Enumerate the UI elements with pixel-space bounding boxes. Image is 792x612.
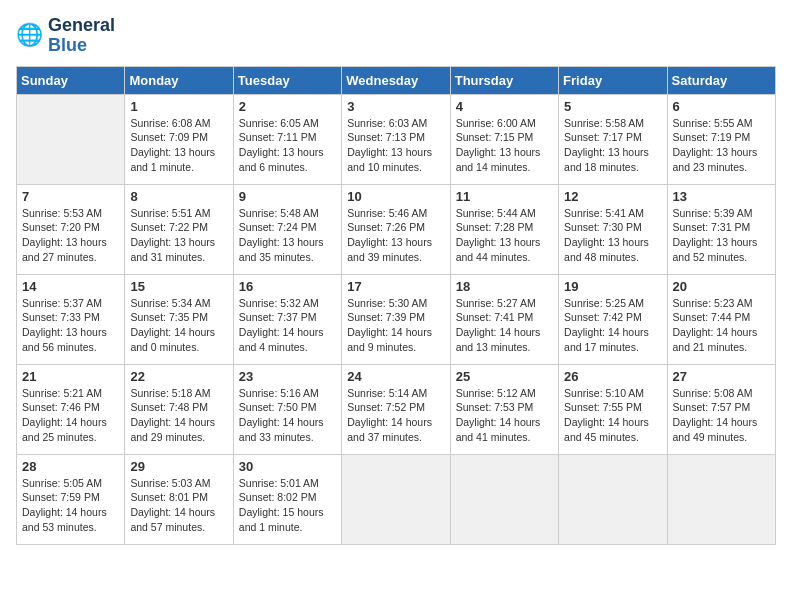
calendar-cell: 20Sunrise: 5:23 AM Sunset: 7:44 PM Dayli… xyxy=(667,274,775,364)
day-number: 27 xyxy=(673,369,770,384)
day-number: 6 xyxy=(673,99,770,114)
day-info: Sunrise: 5:12 AM Sunset: 7:53 PM Dayligh… xyxy=(456,386,553,445)
day-header-sunday: Sunday xyxy=(17,66,125,94)
day-info: Sunrise: 5:39 AM Sunset: 7:31 PM Dayligh… xyxy=(673,206,770,265)
day-number: 3 xyxy=(347,99,444,114)
calendar-cell: 30Sunrise: 5:01 AM Sunset: 8:02 PM Dayli… xyxy=(233,454,341,544)
day-info: Sunrise: 5:16 AM Sunset: 7:50 PM Dayligh… xyxy=(239,386,336,445)
calendar-cell: 15Sunrise: 5:34 AM Sunset: 7:35 PM Dayli… xyxy=(125,274,233,364)
calendar-cell: 11Sunrise: 5:44 AM Sunset: 7:28 PM Dayli… xyxy=(450,184,558,274)
calendar-cell: 14Sunrise: 5:37 AM Sunset: 7:33 PM Dayli… xyxy=(17,274,125,364)
calendar-cell: 28Sunrise: 5:05 AM Sunset: 7:59 PM Dayli… xyxy=(17,454,125,544)
calendar-cell: 25Sunrise: 5:12 AM Sunset: 7:53 PM Dayli… xyxy=(450,364,558,454)
calendar-cell: 22Sunrise: 5:18 AM Sunset: 7:48 PM Dayli… xyxy=(125,364,233,454)
calendar-cell: 6Sunrise: 5:55 AM Sunset: 7:19 PM Daylig… xyxy=(667,94,775,184)
day-info: Sunrise: 5:58 AM Sunset: 7:17 PM Dayligh… xyxy=(564,116,661,175)
calendar-cell: 2Sunrise: 6:05 AM Sunset: 7:11 PM Daylig… xyxy=(233,94,341,184)
calendar-week-row: 28Sunrise: 5:05 AM Sunset: 7:59 PM Dayli… xyxy=(17,454,776,544)
day-info: Sunrise: 5:03 AM Sunset: 8:01 PM Dayligh… xyxy=(130,476,227,535)
day-number: 20 xyxy=(673,279,770,294)
day-header-wednesday: Wednesday xyxy=(342,66,450,94)
calendar-cell xyxy=(17,94,125,184)
day-number: 4 xyxy=(456,99,553,114)
day-number: 9 xyxy=(239,189,336,204)
day-header-tuesday: Tuesday xyxy=(233,66,341,94)
day-number: 17 xyxy=(347,279,444,294)
calendar-cell: 21Sunrise: 5:21 AM Sunset: 7:46 PM Dayli… xyxy=(17,364,125,454)
day-info: Sunrise: 5:05 AM Sunset: 7:59 PM Dayligh… xyxy=(22,476,119,535)
calendar-cell: 13Sunrise: 5:39 AM Sunset: 7:31 PM Dayli… xyxy=(667,184,775,274)
calendar-cell: 19Sunrise: 5:25 AM Sunset: 7:42 PM Dayli… xyxy=(559,274,667,364)
day-info: Sunrise: 5:18 AM Sunset: 7:48 PM Dayligh… xyxy=(130,386,227,445)
calendar-cell xyxy=(559,454,667,544)
logo: 🌐 General Blue xyxy=(16,16,115,56)
day-number: 28 xyxy=(22,459,119,474)
calendar-cell: 12Sunrise: 5:41 AM Sunset: 7:30 PM Dayli… xyxy=(559,184,667,274)
calendar-cell xyxy=(450,454,558,544)
day-info: Sunrise: 5:23 AM Sunset: 7:44 PM Dayligh… xyxy=(673,296,770,355)
calendar-table: SundayMondayTuesdayWednesdayThursdayFrid… xyxy=(16,66,776,545)
day-info: Sunrise: 6:08 AM Sunset: 7:09 PM Dayligh… xyxy=(130,116,227,175)
calendar-cell: 26Sunrise: 5:10 AM Sunset: 7:55 PM Dayli… xyxy=(559,364,667,454)
day-info: Sunrise: 5:30 AM Sunset: 7:39 PM Dayligh… xyxy=(347,296,444,355)
svg-text:🌐: 🌐 xyxy=(16,22,44,48)
day-number: 7 xyxy=(22,189,119,204)
calendar-week-row: 7Sunrise: 5:53 AM Sunset: 7:20 PM Daylig… xyxy=(17,184,776,274)
calendar-cell: 7Sunrise: 5:53 AM Sunset: 7:20 PM Daylig… xyxy=(17,184,125,274)
day-header-thursday: Thursday xyxy=(450,66,558,94)
day-number: 15 xyxy=(130,279,227,294)
day-info: Sunrise: 6:03 AM Sunset: 7:13 PM Dayligh… xyxy=(347,116,444,175)
day-number: 2 xyxy=(239,99,336,114)
calendar-cell: 27Sunrise: 5:08 AM Sunset: 7:57 PM Dayli… xyxy=(667,364,775,454)
day-number: 8 xyxy=(130,189,227,204)
day-number: 14 xyxy=(22,279,119,294)
calendar-cell xyxy=(667,454,775,544)
day-header-friday: Friday xyxy=(559,66,667,94)
calendar-cell: 29Sunrise: 5:03 AM Sunset: 8:01 PM Dayli… xyxy=(125,454,233,544)
day-number: 5 xyxy=(564,99,661,114)
day-info: Sunrise: 5:51 AM Sunset: 7:22 PM Dayligh… xyxy=(130,206,227,265)
calendar-cell: 4Sunrise: 6:00 AM Sunset: 7:15 PM Daylig… xyxy=(450,94,558,184)
day-number: 12 xyxy=(564,189,661,204)
day-info: Sunrise: 5:27 AM Sunset: 7:41 PM Dayligh… xyxy=(456,296,553,355)
calendar-cell: 24Sunrise: 5:14 AM Sunset: 7:52 PM Dayli… xyxy=(342,364,450,454)
day-number: 16 xyxy=(239,279,336,294)
calendar-cell: 8Sunrise: 5:51 AM Sunset: 7:22 PM Daylig… xyxy=(125,184,233,274)
day-number: 10 xyxy=(347,189,444,204)
calendar-cell: 17Sunrise: 5:30 AM Sunset: 7:39 PM Dayli… xyxy=(342,274,450,364)
day-info: Sunrise: 5:25 AM Sunset: 7:42 PM Dayligh… xyxy=(564,296,661,355)
day-number: 29 xyxy=(130,459,227,474)
day-info: Sunrise: 5:10 AM Sunset: 7:55 PM Dayligh… xyxy=(564,386,661,445)
day-info: Sunrise: 5:37 AM Sunset: 7:33 PM Dayligh… xyxy=(22,296,119,355)
calendar-cell: 16Sunrise: 5:32 AM Sunset: 7:37 PM Dayli… xyxy=(233,274,341,364)
calendar-cell: 23Sunrise: 5:16 AM Sunset: 7:50 PM Dayli… xyxy=(233,364,341,454)
page-header: 🌐 General Blue xyxy=(16,16,776,56)
day-number: 23 xyxy=(239,369,336,384)
day-number: 26 xyxy=(564,369,661,384)
day-info: Sunrise: 5:53 AM Sunset: 7:20 PM Dayligh… xyxy=(22,206,119,265)
day-number: 1 xyxy=(130,99,227,114)
calendar-week-row: 1Sunrise: 6:08 AM Sunset: 7:09 PM Daylig… xyxy=(17,94,776,184)
day-number: 11 xyxy=(456,189,553,204)
day-info: Sunrise: 5:55 AM Sunset: 7:19 PM Dayligh… xyxy=(673,116,770,175)
day-info: Sunrise: 5:44 AM Sunset: 7:28 PM Dayligh… xyxy=(456,206,553,265)
logo-icon: 🌐 xyxy=(16,22,44,50)
day-info: Sunrise: 5:34 AM Sunset: 7:35 PM Dayligh… xyxy=(130,296,227,355)
day-info: Sunrise: 6:05 AM Sunset: 7:11 PM Dayligh… xyxy=(239,116,336,175)
calendar-cell: 1Sunrise: 6:08 AM Sunset: 7:09 PM Daylig… xyxy=(125,94,233,184)
calendar-cell: 3Sunrise: 6:03 AM Sunset: 7:13 PM Daylig… xyxy=(342,94,450,184)
day-number: 30 xyxy=(239,459,336,474)
day-number: 25 xyxy=(456,369,553,384)
calendar-cell xyxy=(342,454,450,544)
calendar-header-row: SundayMondayTuesdayWednesdayThursdayFrid… xyxy=(17,66,776,94)
day-info: Sunrise: 5:01 AM Sunset: 8:02 PM Dayligh… xyxy=(239,476,336,535)
calendar-cell: 5Sunrise: 5:58 AM Sunset: 7:17 PM Daylig… xyxy=(559,94,667,184)
calendar-cell: 10Sunrise: 5:46 AM Sunset: 7:26 PM Dayli… xyxy=(342,184,450,274)
calendar-week-row: 21Sunrise: 5:21 AM Sunset: 7:46 PM Dayli… xyxy=(17,364,776,454)
day-info: Sunrise: 5:32 AM Sunset: 7:37 PM Dayligh… xyxy=(239,296,336,355)
day-info: Sunrise: 5:21 AM Sunset: 7:46 PM Dayligh… xyxy=(22,386,119,445)
day-number: 21 xyxy=(22,369,119,384)
calendar-cell: 18Sunrise: 5:27 AM Sunset: 7:41 PM Dayli… xyxy=(450,274,558,364)
day-number: 18 xyxy=(456,279,553,294)
day-info: Sunrise: 5:48 AM Sunset: 7:24 PM Dayligh… xyxy=(239,206,336,265)
